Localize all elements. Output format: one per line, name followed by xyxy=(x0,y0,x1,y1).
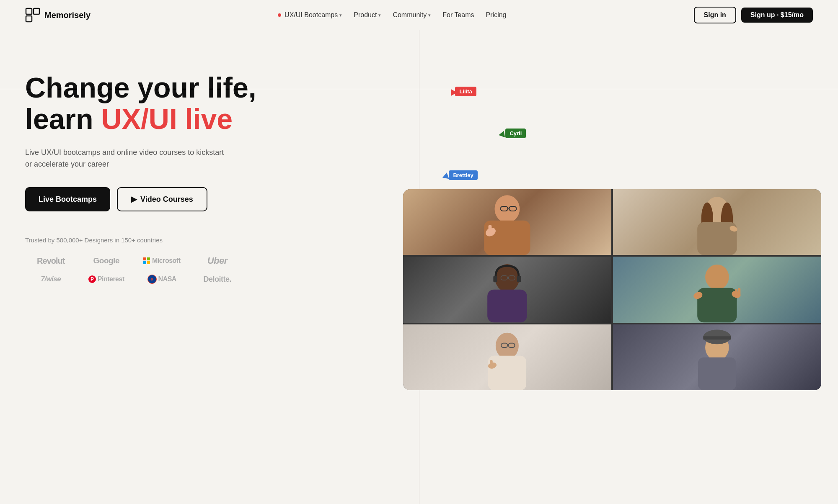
ms-blue-square xyxy=(143,261,146,264)
video-cell-6 xyxy=(613,324,821,390)
cursor-cyril: Cyril xyxy=(499,129,526,138)
headline-accent: UX/UI live xyxy=(101,103,233,135)
svg-point-3 xyxy=(495,195,520,223)
chevron-down-icon: ▾ xyxy=(428,13,431,18)
svg-rect-0 xyxy=(26,8,32,14)
svg-rect-35 xyxy=(704,336,731,339)
nav-link-teams-label: For Teams xyxy=(442,11,474,19)
logos-grid: Revolut Google Microsoft Uber xyxy=(25,255,243,284)
video-cell-5 xyxy=(403,324,611,390)
cursor-cyril-label: Cyril xyxy=(505,129,526,138)
svg-rect-26 xyxy=(738,288,741,295)
nasa-circle-icon: ⊛ xyxy=(147,275,157,284)
logo[interactable]: Memorisely xyxy=(25,8,91,23)
video-cell-1-inner xyxy=(403,189,611,255)
person-silhouette-2 xyxy=(613,189,821,255)
video-cell-1 xyxy=(403,189,611,255)
nav-active-dot xyxy=(278,13,281,17)
nav-item-product[interactable]: Product ▾ xyxy=(349,9,385,21)
person-silhouette-4 xyxy=(613,257,821,322)
wise-logo-text: 7/wise xyxy=(41,275,61,283)
ms-yellow-square xyxy=(147,261,150,264)
video-cell-2 xyxy=(613,189,821,255)
cursor-brettley-arrow xyxy=(442,172,450,179)
horizontal-divider xyxy=(0,89,838,89)
logo-microsoft: Microsoft xyxy=(136,255,188,266)
nav-item-teams[interactable]: For Teams xyxy=(438,9,478,21)
nav-link-teams[interactable]: For Teams xyxy=(438,9,478,21)
video-cell-6-inner xyxy=(613,324,821,390)
nav-links: UX/UI Bootcamps ▾ Product ▾ Community ▾ … xyxy=(274,9,510,21)
ms-red-square xyxy=(143,257,146,260)
video-cell-2-inner xyxy=(613,189,821,255)
logo-pinterest: P Pinterest xyxy=(81,275,132,284)
nav-link-product-label: Product xyxy=(354,11,377,19)
nav-actions: Sign in Sign up · $15/mo xyxy=(694,7,813,23)
chevron-down-icon: ▾ xyxy=(339,13,342,18)
svg-rect-2 xyxy=(26,16,32,22)
cursor-brettley-label: Brettley xyxy=(449,170,477,180)
video-courses-label: Video Courses xyxy=(140,195,193,204)
svg-rect-17 xyxy=(517,276,521,283)
video-cell-3-inner xyxy=(403,257,611,322)
nav-link-bootcamps[interactable]: UX/UI Bootcamps ▾ xyxy=(274,9,346,21)
video-grid xyxy=(403,189,821,390)
hero-subtext: Live UX/UI bootcamps and online video co… xyxy=(25,147,226,171)
deloitte-logo-text: Deloitte. xyxy=(203,275,231,284)
uber-logo-text: Uber xyxy=(207,255,228,266)
logo-uber: Uber xyxy=(192,255,243,266)
pinterest-p-icon: P xyxy=(88,275,96,283)
person-silhouette-6 xyxy=(613,324,821,390)
svg-rect-20 xyxy=(488,290,527,323)
navbar: Memorisely UX/UI Bootcamps ▾ Product ▾ C… xyxy=(0,0,838,30)
svg-rect-25 xyxy=(735,289,738,295)
svg-rect-9 xyxy=(489,225,492,232)
video-cell-5-inner xyxy=(403,324,611,390)
hero-left: Change your life, learn UX/UI live Live … xyxy=(25,47,403,284)
person-silhouette-1 xyxy=(403,189,611,255)
nav-link-pricing-label: Pricing xyxy=(486,11,507,19)
revolut-logo-text: Revolut xyxy=(37,256,65,266)
svg-rect-1 xyxy=(34,8,39,14)
hero-right: Lilita Cyril Brettley xyxy=(403,47,813,55)
live-bootcamps-button[interactable]: Live Bootcamps xyxy=(25,187,110,211)
google-logo-text: Google xyxy=(93,256,119,265)
svg-rect-32 xyxy=(490,360,493,366)
video-cell-3 xyxy=(403,257,611,322)
nav-item-community[interactable]: Community ▾ xyxy=(388,9,435,21)
svg-rect-28 xyxy=(488,355,526,390)
nav-link-pricing[interactable]: Pricing xyxy=(482,9,511,21)
logo-google: Google xyxy=(81,255,132,266)
video-courses-button[interactable]: ▶ Video Courses xyxy=(117,187,207,211)
logo-icon xyxy=(25,8,40,23)
nav-link-community-label: Community xyxy=(393,11,427,19)
nav-link-product[interactable]: Product ▾ xyxy=(349,9,385,21)
headline-line1: Change your life, xyxy=(25,72,256,103)
logo-text: Memorisely xyxy=(44,10,91,20)
cursor-lilita-label: Lilita xyxy=(455,87,476,96)
cursor-brettley: Brettley xyxy=(443,170,477,180)
cursor-lilita: Lilita xyxy=(449,87,476,96)
logo-wise: 7/wise xyxy=(25,275,77,284)
svg-rect-22 xyxy=(697,288,737,323)
headline-line2-prefix: learn xyxy=(25,103,101,135)
nav-link-bootcamps-label: UX/UI Bootcamps xyxy=(285,11,338,19)
person-silhouette-5 xyxy=(403,324,611,390)
microsoft-logo-text: Microsoft xyxy=(152,257,181,265)
video-cell-4 xyxy=(613,257,821,322)
svg-rect-36 xyxy=(698,357,736,390)
svg-rect-16 xyxy=(494,276,497,283)
nav-link-community[interactable]: Community ▾ xyxy=(388,9,435,21)
nav-item-bootcamps[interactable]: UX/UI Bootcamps ▾ xyxy=(274,9,346,21)
pinterest-logo-text: Pinterest xyxy=(98,275,124,283)
video-cell-4-inner xyxy=(613,257,821,322)
nav-item-pricing[interactable]: Pricing xyxy=(482,9,511,21)
nasa-logo-text: NASA xyxy=(158,275,176,283)
logo-nasa: ⊛ NASA xyxy=(136,275,188,284)
signin-button[interactable]: Sign in xyxy=(694,7,736,23)
hero-headline: Change your life, learn UX/UI live xyxy=(25,72,386,135)
ms-green-square xyxy=(147,257,150,260)
hero-buttons: Live Bootcamps ▶ Video Courses xyxy=(25,187,386,211)
chevron-down-icon: ▾ xyxy=(378,13,381,18)
signup-button[interactable]: Sign up · $15/mo xyxy=(741,8,813,23)
